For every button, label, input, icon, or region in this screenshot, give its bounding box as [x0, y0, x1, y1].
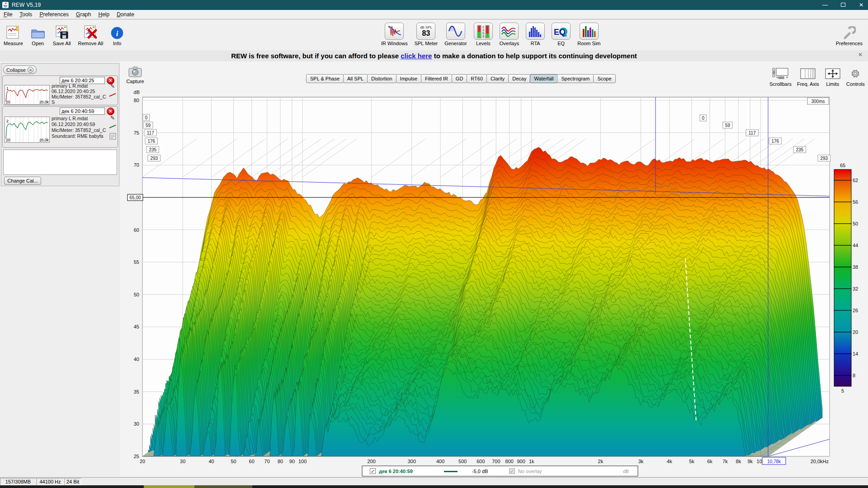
time-tick-right: 0: [700, 115, 707, 121]
svg-text:293: 293: [150, 156, 158, 161]
time-tick-right: 293: [818, 155, 830, 161]
svg-text:900: 900: [517, 459, 525, 464]
svg-text:70: 70: [134, 162, 139, 168]
svg-text:20,0kHz: 20,0kHz: [811, 459, 829, 464]
svg-text:55: 55: [134, 259, 139, 265]
svg-text:3k: 3k: [638, 459, 644, 464]
svg-text:50: 50: [853, 221, 858, 226]
svg-text:38: 38: [853, 264, 858, 270]
time-tick-left: 59: [143, 122, 153, 128]
svg-text:40: 40: [208, 459, 214, 464]
svg-text:235: 235: [796, 147, 803, 152]
svg-text:60: 60: [134, 227, 139, 233]
svg-text:117: 117: [749, 131, 756, 136]
status-samplerate: 44100 Hz: [36, 478, 64, 485]
svg-text:100: 100: [298, 459, 307, 464]
legend-offset: -5,0 dB: [472, 469, 488, 474]
svg-text:14: 14: [853, 351, 858, 357]
svg-text:6k: 6k: [707, 459, 712, 464]
svg-text:7k: 7k: [722, 459, 728, 464]
svg-text:50: 50: [134, 292, 139, 297]
cursor-freq-box: 10,78k: [762, 457, 786, 465]
svg-text:26: 26: [853, 308, 858, 313]
svg-text:32: 32: [853, 286, 858, 291]
svg-text:75: 75: [134, 130, 139, 136]
svg-text:dB: dB: [134, 89, 140, 95]
svg-text:9k: 9k: [747, 459, 753, 464]
svg-text:59: 59: [725, 123, 731, 128]
overlay-checkbox[interactable]: ✓: [509, 468, 515, 474]
time-tick-right: 176: [769, 138, 782, 144]
status-bar: 157/308MB 44100 Hz 24 Bit: [0, 477, 868, 485]
svg-text:80: 80: [134, 98, 139, 103]
svg-text:20: 20: [853, 329, 858, 335]
svg-text:65,00: 65,00: [129, 195, 141, 200]
svg-text:700: 700: [492, 459, 500, 464]
svg-text:40: 40: [134, 357, 139, 362]
waterfall-plot[interactable]: dB80757065605550454035302520304050607080…: [0, 0, 868, 488]
svg-text:35: 35: [134, 389, 139, 394]
time-tick-right: 235: [793, 146, 806, 153]
svg-text:60: 60: [249, 459, 255, 464]
svg-text:25: 25: [134, 454, 139, 459]
svg-text:65: 65: [840, 163, 845, 168]
trace-legend-bar: ✓ дек 6 20:40:59 -5,0 dB ✓ No overlay dB: [362, 465, 638, 477]
svg-text:235: 235: [149, 147, 156, 152]
svg-text:59: 59: [146, 123, 151, 128]
trace-checkbox[interactable]: ✓: [370, 468, 376, 474]
cursor-level-box: 65,00: [127, 194, 143, 201]
svg-text:80: 80: [278, 459, 283, 464]
time-tick-left: 235: [146, 146, 159, 153]
svg-text:50: 50: [231, 459, 236, 464]
svg-text:56: 56: [853, 199, 858, 205]
svg-text:117: 117: [147, 131, 154, 136]
svg-text:5k: 5k: [689, 459, 694, 464]
svg-text:5: 5: [841, 388, 844, 394]
svg-text:30: 30: [180, 459, 185, 464]
svg-text:8k: 8k: [736, 459, 741, 464]
svg-text:45: 45: [134, 324, 139, 329]
legend-trace-line: [444, 471, 458, 472]
svg-text:0: 0: [702, 116, 704, 121]
time-tick-right: 117: [746, 130, 759, 136]
svg-text:1k: 1k: [529, 459, 534, 464]
svg-text:4k: 4k: [667, 459, 672, 464]
status-memory: 157/308MB: [0, 478, 36, 485]
svg-text:300ms: 300ms: [811, 99, 825, 104]
time-tick-left: 117: [144, 130, 157, 136]
taskbar-edge: [0, 485, 868, 488]
svg-text:500: 500: [458, 459, 467, 464]
svg-text:300: 300: [408, 459, 416, 464]
status-bits: 24 Bit: [64, 478, 81, 485]
svg-text:176: 176: [147, 139, 155, 144]
time-window-box: 300ms: [807, 98, 829, 104]
legend-overlay-label: No overlay: [518, 469, 542, 474]
svg-text:800: 800: [505, 459, 514, 464]
time-tick-left: 176: [145, 138, 158, 144]
svg-text:176: 176: [771, 139, 779, 144]
time-tick-left: 0: [143, 114, 150, 121]
svg-text:200: 200: [367, 459, 375, 464]
svg-text:0: 0: [145, 115, 147, 120]
legend-trace-name: дек 6 20:40:59: [379, 469, 413, 474]
time-tick-left: 293: [148, 155, 160, 161]
svg-text:30: 30: [134, 421, 139, 427]
legend-overlay-unit: dB: [623, 469, 629, 474]
svg-text:70: 70: [264, 459, 270, 464]
time-tick-right: 59: [723, 122, 732, 128]
svg-text:20: 20: [140, 459, 145, 464]
svg-text:293: 293: [820, 156, 828, 161]
svg-text:90: 90: [289, 459, 295, 464]
svg-text:600: 600: [476, 459, 485, 464]
svg-text:400: 400: [436, 459, 444, 464]
colorbar: 6562565044383226201485: [834, 163, 858, 394]
svg-text:44: 44: [853, 243, 858, 248]
svg-text:10,78k: 10,78k: [767, 459, 781, 464]
svg-text:62: 62: [853, 178, 858, 183]
svg-text:8: 8: [853, 373, 855, 378]
svg-text:2k: 2k: [598, 459, 604, 464]
